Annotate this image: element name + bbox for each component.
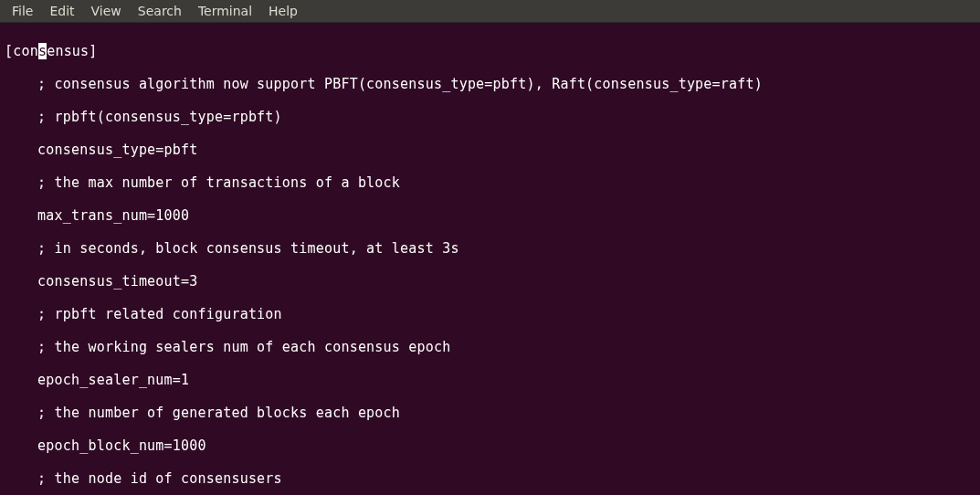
config-line: consensus_type=pbft (5, 142, 975, 158)
menu-help[interactable]: Help (260, 0, 306, 22)
text: max_trans_num=1000 (37, 207, 189, 224)
text: ; the number of generated blocks each ep… (37, 405, 400, 421)
menu-file[interactable]: File (4, 0, 41, 22)
text: ; rpbft(consensus_type=rpbft) (37, 109, 282, 125)
text: epoch_block_num=1000 (37, 437, 206, 454)
text: ; consensus algorithm now support PBFT(c… (37, 76, 763, 92)
config-line: ; the max number of transactions of a bl… (5, 174, 975, 191)
config-line: ; the node id of consensusers (5, 470, 975, 487)
config-line: ; the number of generated blocks each ep… (5, 405, 975, 421)
config-line: ; rpbft(consensus_type=rpbft) (5, 109, 975, 125)
text: [con (5, 43, 38, 59)
text: consensus_timeout=3 (37, 273, 197, 290)
menu-search[interactable]: Search (130, 0, 190, 22)
config-line: ; in seconds, block consensus timeout, a… (5, 240, 975, 257)
config-line: max_trans_num=1000 (5, 207, 975, 224)
config-line: epoch_block_num=1000 (5, 437, 975, 454)
menu-edit[interactable]: Edit (41, 0, 82, 22)
config-line: ; rpbft related configuration (5, 306, 975, 322)
config-line: epoch_sealer_num=1 (5, 372, 975, 388)
text: ; the max number of transactions of a bl… (37, 174, 400, 191)
text: ensus] (47, 43, 97, 59)
config-line: ; consensus algorithm now support PBFT(c… (5, 76, 975, 92)
cursor: s (38, 43, 47, 59)
menu-view[interactable]: View (83, 0, 130, 22)
text: ; the working sealers num of each consen… (37, 339, 450, 355)
terminal-area[interactable]: [consensus] ; consensus algorithm now su… (0, 23, 980, 495)
config-line: consensus_timeout=3 (5, 273, 975, 290)
text: consensus_type=pbft (37, 142, 197, 158)
text: ; rpbft related configuration (37, 306, 282, 322)
menubar: File Edit View Search Terminal Help (0, 0, 980, 23)
menu-terminal[interactable]: Terminal (190, 0, 260, 22)
text: ; in seconds, block consensus timeout, a… (37, 240, 459, 257)
config-line: [consensus] (5, 43, 975, 59)
text: ; the node id of consensusers (37, 470, 282, 487)
text: epoch_sealer_num=1 (37, 372, 189, 388)
config-line: ; the working sealers num of each consen… (5, 339, 975, 355)
